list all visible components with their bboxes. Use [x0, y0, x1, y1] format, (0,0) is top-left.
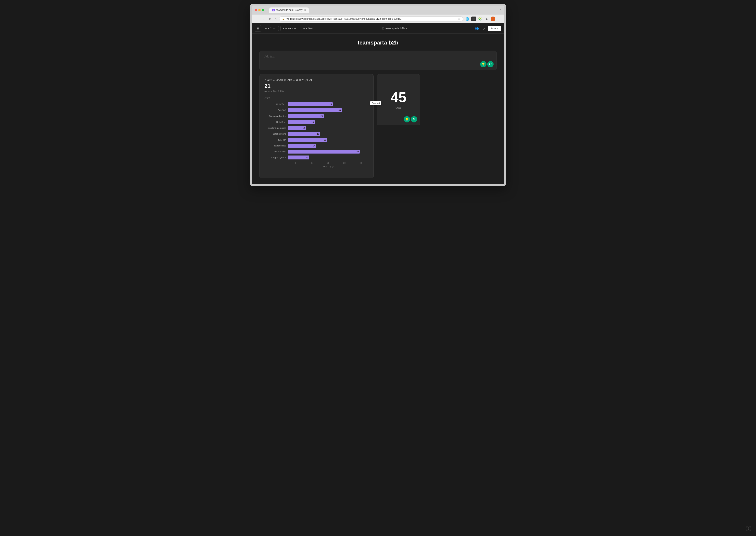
x-tick-4: 40 — [353, 162, 369, 164]
bar-value: 40 — [357, 151, 359, 153]
bar-value: 18 — [317, 133, 319, 135]
bar-label: AlphaTech — [264, 103, 286, 106]
x-axis: 0 10 20 30 40 — [288, 162, 369, 164]
forward-button[interactable]: → — [261, 17, 266, 21]
chart-company-label: 기업명 — [264, 97, 369, 99]
bar-chart: AlphaTech25BetaSoft30GammaIndustries20De… — [264, 102, 369, 174]
bar-container: 18 — [288, 132, 369, 136]
number-card: 45 goal 💡 G — [377, 74, 420, 125]
text-placeholder-card[interactable]: Add text 💡 G — [259, 50, 497, 70]
menu-button[interactable]: ⋮ — [497, 16, 502, 22]
bar-value: 30 — [339, 109, 341, 112]
bar-fill: 20 — [288, 114, 324, 118]
bars-container: AlphaTech25BetaSoft30GammaIndustries20De… — [264, 102, 369, 161]
bar-value: 16 — [313, 145, 315, 147]
chart-title: 스파르타코딩클럽 기업교육 차트(가상) — [264, 78, 369, 82]
bar-label: BetaSoft — [264, 109, 286, 112]
bar-row: EpsilonEnterprises10 — [264, 126, 369, 130]
text-placeholder-label: Add text — [264, 55, 274, 58]
bar-container: 12 — [288, 155, 369, 160]
bar-label: ZetaSolutions — [264, 133, 286, 135]
bar-value: 15 — [311, 121, 314, 123]
bar-row: DeltaCorp15 — [264, 120, 369, 124]
add-text-icon: + — [303, 27, 305, 30]
number-bulb-icon: 💡 — [404, 116, 410, 122]
bar-container: 20 — [288, 114, 369, 118]
bar-container: 25 — [288, 102, 369, 107]
bar-fill: 16 — [288, 144, 316, 148]
url-text: visualize.graphy.app/board/10ba15bc-ea2c… — [287, 17, 456, 20]
add-number-icon: + — [283, 27, 285, 30]
bar-container: 30 — [288, 108, 369, 113]
minimize-button[interactable] — [258, 9, 261, 11]
bar-row: ZetaSolutions18 — [264, 132, 369, 136]
toolbar-actions: 👥 ▷ Share — [474, 25, 501, 31]
bar-fill: 12 — [288, 155, 309, 159]
bar-container: 15 — [288, 120, 369, 124]
add-number-button[interactable]: + + Number — [280, 26, 299, 31]
toolbar-center: ⊡ teamsparta b2b ▾ — [317, 27, 472, 30]
board-dropdown-icon: ▾ — [406, 27, 407, 30]
chart-metric-value: 21 — [264, 83, 369, 89]
active-tab[interactable]: // teamsparta b2b | Graphy ✕ — [269, 8, 309, 13]
play-button[interactable]: ▷ — [482, 25, 486, 31]
bar-value: 10 — [302, 127, 305, 129]
chart-number-row: 스파르타코딩클럽 기업교육 차트(가상) 21 Average 부서직원수 기업… — [259, 74, 497, 178]
board-title-button[interactable]: ⊡ teamsparta b2b ▾ — [382, 27, 407, 30]
number-label: goal — [395, 106, 401, 110]
board-icon: ⊡ — [382, 27, 384, 30]
bar-container: 10 — [288, 126, 369, 130]
download-button[interactable]: ⬇ — [484, 16, 490, 22]
bar-row: ThetaServices16 — [264, 144, 369, 148]
chart-subtitle: Average 부서직원수 — [264, 90, 369, 93]
puzzle-button[interactable]: 🧩 — [477, 16, 483, 22]
x-tick-1: 10 — [304, 162, 320, 164]
bookmark-icon[interactable]: ☆ — [458, 17, 460, 20]
profile-icon[interactable]: I — [491, 17, 495, 21]
globe-button[interactable]: 🌐 — [464, 16, 470, 22]
refresh-button[interactable]: ↻ — [267, 17, 272, 21]
bar-label: EtaTech — [264, 139, 286, 141]
x-tick-3: 30 — [336, 162, 352, 164]
address-bar[interactable]: 🔒 visualize.graphy.app/board/10ba15bc-ea… — [279, 17, 463, 21]
bar-row: IotaProducts40 — [264, 150, 369, 154]
text-placeholder-icons: 💡 G — [480, 61, 494, 67]
share-button[interactable]: Share — [488, 26, 501, 31]
tab-favicon: // — [272, 9, 275, 12]
bar-fill: 40 — [288, 150, 360, 153]
grid-icon: ⊞ — [257, 27, 259, 30]
new-tab-button[interactable]: + — [309, 8, 314, 13]
add-text-button[interactable]: + + Text — [301, 26, 315, 31]
bar-label: IotaProducts — [264, 151, 286, 153]
add-chart-button[interactable]: + + Chart — [263, 26, 279, 31]
bar-fill: 25 — [288, 102, 333, 106]
bar-fill: 15 — [288, 120, 315, 124]
bar-fill: 22 — [288, 138, 327, 142]
goal-line-inner: Goal: 44 — [369, 102, 369, 161]
help-button[interactable]: ? — [746, 526, 751, 531]
people-icon-button[interactable]: 👥 — [474, 25, 480, 31]
lock-icon: 🔒 — [282, 18, 285, 20]
bar-fill: 30 — [288, 108, 342, 112]
collapse-button[interactable]: ⌃ — [499, 9, 501, 12]
tab-title: teamsparta b2b | Graphy — [276, 9, 303, 12]
x-tick-0: 0 — [288, 162, 304, 164]
extensions-button[interactable]: ⬛ — [471, 17, 476, 21]
maximize-button[interactable] — [262, 9, 264, 11]
bar-fill: 10 — [288, 126, 306, 130]
bar-label: EpsilonEnterprises — [264, 127, 286, 129]
bar-value: 25 — [329, 103, 332, 106]
home-button[interactable]: ⌂ — [274, 17, 278, 21]
grid-layout-button[interactable]: ⊞ — [255, 25, 261, 31]
tab-close-button[interactable]: ✕ — [304, 9, 306, 12]
x-axis-label: 부서직원수 — [288, 165, 369, 168]
help-icon: ? — [748, 527, 749, 530]
bar-container: 16 — [288, 144, 369, 148]
bar-label: DeltaCorp — [264, 121, 286, 123]
add-chart-icon: + — [265, 27, 267, 30]
back-button[interactable]: ← — [254, 17, 259, 21]
traffic-lights — [255, 9, 264, 11]
dashboard-title: teamsparta b2b — [259, 40, 497, 46]
close-button[interactable] — [255, 9, 257, 11]
number-value: 45 — [391, 90, 406, 104]
